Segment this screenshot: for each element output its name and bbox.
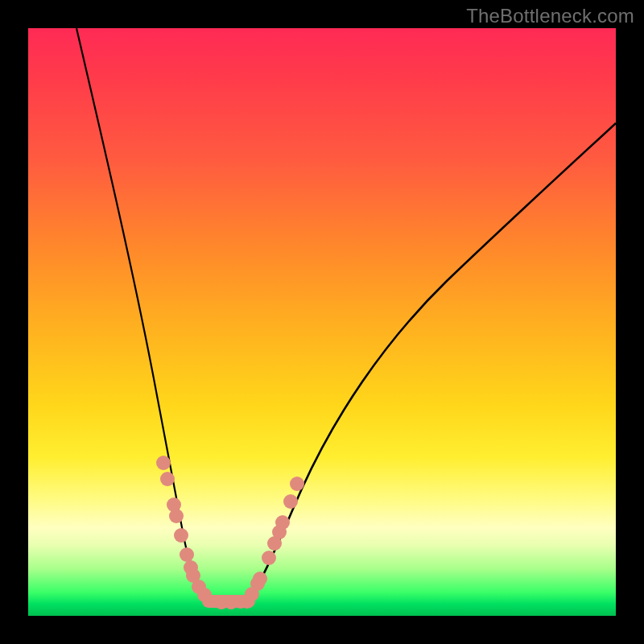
chart-frame: TheBottleneck.com — [0, 0, 644, 644]
data-dot — [234, 596, 247, 609]
data-dot — [253, 572, 267, 586]
data-dot — [262, 551, 276, 565]
data-dot — [160, 472, 175, 486]
plot-area — [28, 28, 616, 616]
right-dots — [240, 477, 304, 609]
watermark-text: TheBottleneck.com — [466, 5, 634, 27]
data-dot — [275, 515, 290, 530]
left-curve — [76, 28, 212, 601]
data-dot — [283, 494, 298, 509]
data-dot — [174, 528, 188, 543]
data-dot — [156, 456, 171, 470]
right-curve — [247, 123, 616, 601]
data-dot — [180, 547, 194, 562]
data-dot — [290, 477, 304, 491]
chart-svg — [28, 28, 616, 616]
data-dot — [169, 509, 184, 523]
left-dots — [156, 456, 212, 602]
